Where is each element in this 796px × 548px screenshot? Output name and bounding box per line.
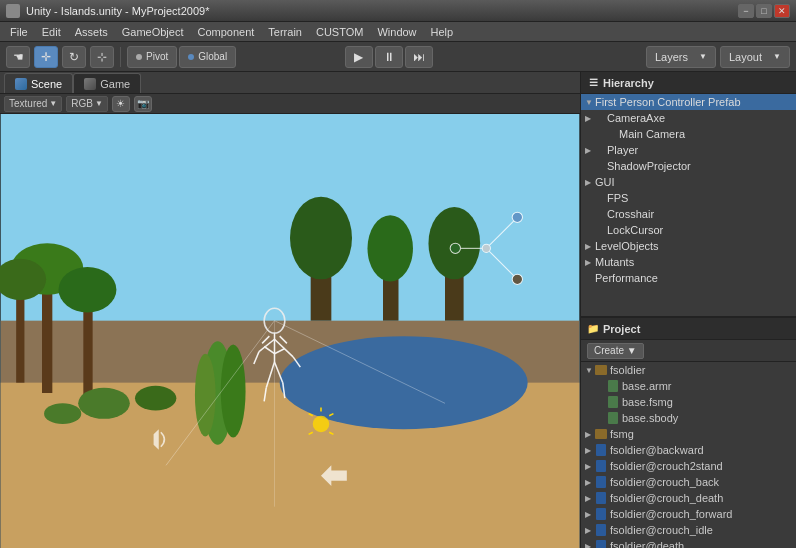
crouch-death-file-icon bbox=[595, 492, 607, 504]
create-label: Create ▼ bbox=[594, 345, 637, 356]
menu-window[interactable]: Window bbox=[371, 23, 422, 41]
menu-custom[interactable]: CUSTOM bbox=[310, 23, 369, 41]
svg-point-18 bbox=[44, 403, 81, 424]
maximize-button[interactable]: □ bbox=[756, 4, 772, 18]
project-title: Project bbox=[603, 323, 640, 335]
menu-assets[interactable]: Assets bbox=[69, 23, 114, 41]
menu-gameobject[interactable]: GameObject bbox=[116, 23, 190, 41]
hierarchy-item-cameraaxe[interactable]: ▶ CameraAxe bbox=[581, 110, 796, 126]
hierarchy-item-maincamera[interactable]: Main Camera bbox=[581, 126, 796, 142]
scene-tab[interactable]: Scene bbox=[4, 73, 73, 93]
step-button[interactable]: ⏭ bbox=[405, 46, 433, 68]
proj-item-crouch-back[interactable]: ▶ fsoldier@crouch_back bbox=[581, 474, 796, 490]
global-dot bbox=[188, 54, 194, 60]
pivot-label: Pivot bbox=[146, 51, 168, 62]
hierarchy-item-shadowprojector[interactable]: ShadowProjector bbox=[581, 158, 796, 174]
crouch2stand-arrow-icon: ▶ bbox=[585, 462, 595, 471]
hierarchy-item-fps[interactable]: FPS bbox=[581, 190, 796, 206]
minimize-button[interactable]: − bbox=[738, 4, 754, 18]
svg-point-16 bbox=[78, 388, 130, 419]
proj-item-fsmg[interactable]: ▶ fsmg bbox=[581, 426, 796, 442]
shading-label: Textured bbox=[9, 98, 47, 109]
global-label: Global bbox=[198, 51, 227, 62]
cameraaxe-label: CameraAxe bbox=[607, 112, 665, 124]
hand-tool-button[interactable]: ☚ bbox=[6, 46, 30, 68]
proj-item-base-fsmg[interactable]: base.fsmg bbox=[581, 394, 796, 410]
crouch-idle-arrow-icon: ▶ bbox=[585, 526, 595, 535]
window-controls[interactable]: − □ ✕ bbox=[738, 4, 790, 18]
hierarchy-item-performance[interactable]: Performance bbox=[581, 270, 796, 286]
pause-button[interactable]: ⏸ bbox=[375, 46, 403, 68]
gui-arrow-icon: ▶ bbox=[585, 178, 595, 187]
play-controls: ▶ ⏸ ⏭ bbox=[345, 46, 433, 68]
close-button[interactable]: ✕ bbox=[774, 4, 790, 18]
main-toolbar: ☚ ✛ ↻ ⊹ Pivot Global ▶ ⏸ ⏭ Layers ▼ Layo… bbox=[0, 42, 796, 72]
proj-item-fsoldier[interactable]: ▼ fsoldier bbox=[581, 362, 796, 378]
color-space-dropdown[interactable]: RGB ▼ bbox=[66, 96, 108, 112]
svg-point-17 bbox=[135, 386, 176, 411]
menu-bar: File Edit Assets GameObject Component Te… bbox=[0, 22, 796, 42]
proj-item-backward[interactable]: ▶ fsoldier@backward bbox=[581, 442, 796, 458]
hierarchy-item-lockcursor[interactable]: LockCursor bbox=[581, 222, 796, 238]
death-label: fsoldier@death bbox=[610, 540, 684, 548]
move-tool-button[interactable]: ✛ bbox=[34, 46, 58, 68]
proj-item-crouch-death[interactable]: ▶ fsoldier@crouch_death bbox=[581, 490, 796, 506]
svg-point-21 bbox=[195, 354, 216, 437]
pivot-dot bbox=[136, 54, 142, 60]
hierarchy-title: Hierarchy bbox=[603, 77, 654, 89]
proj-item-base-armr[interactable]: base.armr bbox=[581, 378, 796, 394]
hierarchy-item-levelobjects[interactable]: ▶ LevelObjects bbox=[581, 238, 796, 254]
scene-tab-bar: Scene Game bbox=[0, 72, 580, 94]
gui-label: GUI bbox=[595, 176, 615, 188]
proj-item-crouch2stand[interactable]: ▶ fsoldier@crouch2stand bbox=[581, 458, 796, 474]
hierarchy-item-crosshair[interactable]: Crosshair bbox=[581, 206, 796, 222]
menu-component[interactable]: Component bbox=[191, 23, 260, 41]
layout-dropdown[interactable]: Layout ▼ bbox=[720, 46, 790, 68]
camera-gizmo-button[interactable]: 📷 bbox=[134, 96, 152, 112]
crouch-back-label: fsoldier@crouch_back bbox=[610, 476, 719, 488]
base-fsmg-label: base.fsmg bbox=[622, 396, 673, 408]
hierarchy-panel: ☰ Hierarchy ▼ First Person Controller Pr… bbox=[581, 72, 796, 318]
menu-terrain[interactable]: Terrain bbox=[262, 23, 308, 41]
scale-tool-button[interactable]: ⊹ bbox=[90, 46, 114, 68]
svg-point-48 bbox=[450, 243, 460, 253]
project-icon: 📁 bbox=[587, 323, 599, 335]
menu-file[interactable]: File bbox=[4, 23, 34, 41]
hierarchy-item-mutants[interactable]: ▶ Mutants bbox=[581, 254, 796, 270]
hierarchy-item-fpc[interactable]: ▼ First Person Controller Prefab bbox=[581, 94, 796, 110]
hierarchy-item-gui[interactable]: ▶ GUI bbox=[581, 174, 796, 190]
scene-viewport[interactable] bbox=[0, 114, 580, 548]
crouch-forward-file-icon bbox=[595, 508, 607, 520]
layers-dropdown[interactable]: Layers ▼ bbox=[646, 46, 716, 68]
shading-dropdown[interactable]: Textured ▼ bbox=[4, 96, 62, 112]
window-title: Unity - Islands.unity - MyProject2009* bbox=[26, 5, 209, 17]
proj-item-crouch-forward[interactable]: ▶ fsoldier@crouch_forward bbox=[581, 506, 796, 522]
scene-tab-label: Scene bbox=[31, 78, 62, 90]
pivot-button[interactable]: Pivot bbox=[127, 46, 177, 68]
menu-help[interactable]: Help bbox=[425, 23, 460, 41]
app-icon bbox=[6, 4, 20, 18]
rotate-tool-button[interactable]: ↻ bbox=[62, 46, 86, 68]
svg-point-13 bbox=[59, 267, 117, 312]
sun-icon-button[interactable]: ☀ bbox=[112, 96, 130, 112]
hierarchy-item-player[interactable]: ▶ Player bbox=[581, 142, 796, 158]
proj-item-base-sbody[interactable]: base.sbody bbox=[581, 410, 796, 426]
proj-item-death[interactable]: ▶ fsoldier@death bbox=[581, 538, 796, 548]
fpc-label: First Person Controller Prefab bbox=[595, 96, 741, 108]
menu-edit[interactable]: Edit bbox=[36, 23, 67, 41]
crouch-death-label: fsoldier@crouch_death bbox=[610, 492, 723, 504]
crosshair-label: Crosshair bbox=[607, 208, 654, 220]
create-button[interactable]: Create ▼ bbox=[587, 343, 644, 359]
svg-point-20 bbox=[221, 344, 246, 437]
global-button[interactable]: Global bbox=[179, 46, 236, 68]
fsmg-folder-icon bbox=[595, 428, 607, 440]
layers-layout-group: Layers ▼ Layout ▼ bbox=[646, 46, 790, 68]
base-armr-label: base.armr bbox=[622, 380, 672, 392]
game-tab[interactable]: Game bbox=[73, 73, 141, 93]
performance-label: Performance bbox=[595, 272, 658, 284]
base-sbody-file-icon bbox=[607, 412, 619, 424]
project-header: 📁 Project bbox=[581, 318, 796, 340]
play-button[interactable]: ▶ bbox=[345, 46, 373, 68]
player-label: Player bbox=[607, 144, 638, 156]
proj-item-crouch-idle[interactable]: ▶ fsoldier@crouch_idle bbox=[581, 522, 796, 538]
